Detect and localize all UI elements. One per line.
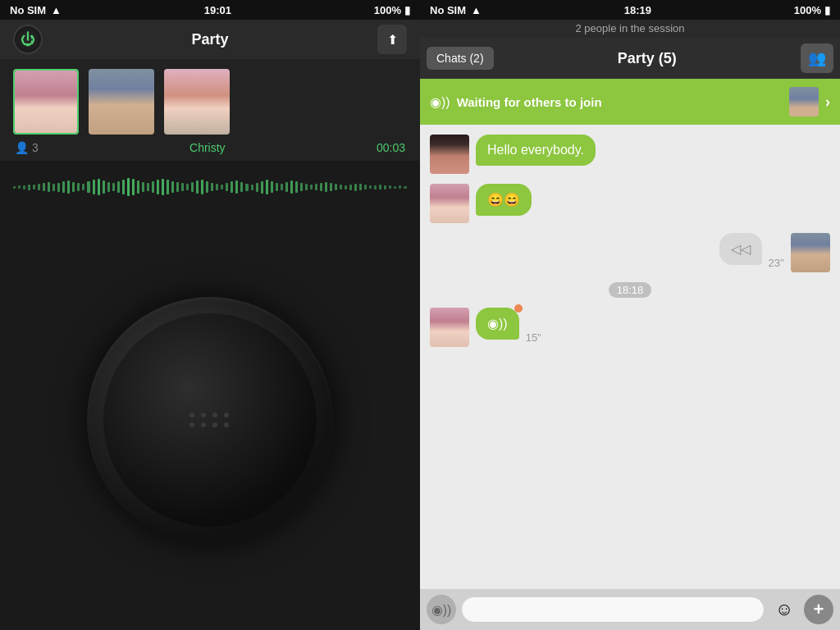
- carrier-right: No SIM: [430, 4, 466, 16]
- timestamp-label-3: 23'': [769, 257, 784, 269]
- viz-bar: [315, 184, 317, 190]
- viz-bar: [216, 184, 218, 190]
- status-bar-right: No SIM ▲ 18:19 100% ▮: [420, 0, 840, 20]
- time-left: 19:01: [204, 4, 231, 16]
- status-bar-left: No SIM ▲ 19:01 100% ▮: [0, 0, 420, 20]
- viz-bar: [191, 182, 194, 192]
- viz-bar: [276, 183, 278, 191]
- viz-bar: [226, 183, 228, 191]
- viz-bar: [176, 182, 179, 192]
- viz-bar: [221, 185, 223, 189]
- viz-bar: [18, 185, 21, 189]
- message-bubble-3[interactable]: ◁◁: [719, 233, 762, 265]
- viz-bar: [122, 180, 125, 194]
- viz-bar: [48, 182, 50, 192]
- viz-bar: [52, 184, 55, 191]
- avatar-female-3[interactable]: [164, 69, 230, 135]
- viz-bar: [340, 185, 342, 189]
- viz-bar: [82, 184, 84, 190]
- dial-dot: [189, 413, 194, 418]
- waiting-banner[interactable]: ◉)) Waiting for others to join ›: [420, 79, 840, 125]
- message-row: 😄😄: [430, 184, 830, 223]
- power-button[interactable]: ⏻: [13, 25, 43, 54]
- messages-area[interactable]: Hello everybody. 😄😄 23'' ◁◁ 18:18: [420, 125, 840, 589]
- dial-area: [0, 210, 420, 630]
- dial-dot: [212, 422, 217, 427]
- input-bar: ◉)) ☺ +: [420, 589, 840, 630]
- message-row-right: 23'' ◁◁: [430, 233, 830, 272]
- message-text-2: 😄😄: [487, 193, 520, 207]
- viz-bar: [127, 178, 130, 196]
- avatar-male[interactable]: [89, 69, 154, 135]
- info-row: 👤 3 Christy 00:03: [13, 141, 407, 154]
- viz-bar: [67, 180, 70, 194]
- viz-bar: [206, 181, 208, 193]
- waiting-text: Waiting for others to join: [457, 95, 783, 109]
- viz-bar: [389, 185, 391, 189]
- emoji-bar-icon: ☺: [775, 599, 793, 620]
- dial-dot: [212, 413, 217, 418]
- avatar-christy[interactable]: [13, 69, 79, 135]
- viz-bar: [310, 185, 313, 189]
- message-bubble-voice[interactable]: ◉)): [476, 308, 519, 340]
- time-right: 18:19: [624, 4, 651, 16]
- nav-bar-right: Chats (2) Party (5) 👥: [420, 38, 840, 79]
- viz-bar: [112, 183, 115, 191]
- viz-bar: [295, 181, 298, 193]
- dial-outer[interactable]: [87, 297, 333, 543]
- viz-bar: [335, 184, 337, 190]
- viz-bar: [186, 184, 189, 190]
- dial-dot: [224, 413, 229, 418]
- emoji-button[interactable]: ☺: [769, 595, 799, 624]
- message-avatar-3: [791, 233, 830, 272]
- add-button[interactable]: +: [804, 595, 833, 624]
- viz-bar: [320, 183, 322, 191]
- viz-bar: [394, 186, 396, 189]
- viz-bar: [211, 183, 213, 191]
- people-icon: 👥: [808, 49, 826, 67]
- participants-area: 👤 3 Christy 00:03: [0, 59, 420, 161]
- viz-bar: [231, 181, 233, 193]
- title-bar-left: ⏻ Party ⬆: [0, 20, 420, 59]
- dial-dot: [201, 413, 206, 418]
- viz-bar: [369, 185, 372, 189]
- carrier-left: No SIM: [10, 4, 46, 16]
- upload-button[interactable]: ⬆: [377, 25, 407, 54]
- voice-bar-icon: ◉)): [431, 602, 452, 618]
- viz-bar: [345, 185, 347, 189]
- message-avatar-2: [430, 184, 469, 223]
- voice-icon-3: ◁◁: [731, 241, 751, 257]
- voice-button[interactable]: ◉)): [427, 595, 456, 624]
- viz-bar: [162, 179, 164, 195]
- viz-bar: [261, 181, 263, 194]
- session-info: 2 people in the session: [420, 20, 840, 38]
- viz-bar: [137, 180, 139, 194]
- message-bubble-1: Hello everybody.: [476, 135, 596, 166]
- chats-button[interactable]: Chats (2): [427, 47, 494, 70]
- viz-bar: [374, 185, 377, 189]
- viz-bar: [33, 185, 35, 189]
- dial-dot: [201, 422, 206, 427]
- viz-bar: [23, 185, 25, 189]
- dial-dot: [189, 422, 194, 427]
- upload-icon: ⬆: [387, 32, 398, 48]
- viz-bar: [349, 185, 352, 190]
- battery-right: 100%: [794, 4, 821, 16]
- people-button[interactable]: 👥: [801, 43, 833, 73]
- battery-icon-right: ▮: [824, 4, 830, 16]
- viz-bar: [266, 180, 268, 194]
- message-bubble-2: 😄😄: [476, 184, 532, 216]
- left-panel: No SIM ▲ 19:01 100% ▮ ⏻ Party ⬆: [0, 0, 420, 630]
- viz-bar: [196, 180, 199, 194]
- viz-bar: [305, 184, 308, 190]
- wifi-icon-left: ▲: [51, 4, 62, 16]
- message-input[interactable]: [461, 596, 765, 623]
- viz-bar: [256, 183, 258, 192]
- message-row-voice: ◉)) 15'': [430, 308, 830, 347]
- viz-bar: [271, 181, 273, 193]
- viz-bar: [245, 184, 248, 191]
- viz-bar: [117, 181, 120, 193]
- viz-bar: [290, 180, 293, 194]
- party-title-left: Party: [191, 31, 228, 48]
- viz-bar: [93, 180, 95, 194]
